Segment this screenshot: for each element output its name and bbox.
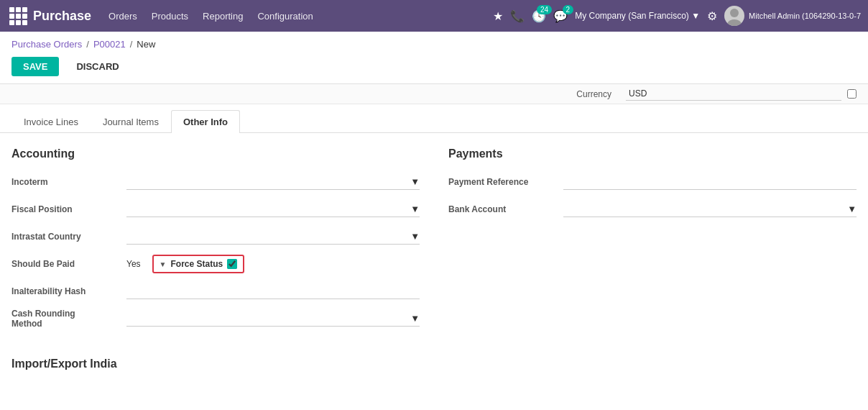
inalterability-hash-value — [126, 284, 420, 299]
cash-rounding-select[interactable] — [126, 311, 410, 326]
grid-icon — [9, 7, 27, 25]
incoterm-label: Incoterm — [11, 177, 126, 187]
cash-rounding-select-wrapper[interactable]: ▼ — [126, 311, 420, 327]
breadcrumb-purchase-orders[interactable]: Purchase Orders — [11, 39, 82, 50]
phone-icon[interactable]: 📞 — [510, 9, 525, 23]
discard-button[interactable]: DISCARD — [65, 57, 130, 76]
svg-point-0 — [730, 9, 739, 17]
incoterm-row: Incoterm ▼ — [11, 172, 420, 192]
user-avatar — [724, 6, 744, 26]
navbar: Purchase Orders Products Reporting Confi… — [0, 0, 868, 32]
tab-journal-items[interactable]: Journal Items — [91, 110, 171, 133]
bank-account-arrow: ▼ — [847, 204, 857, 214]
incoterm-select[interactable] — [126, 175, 410, 189]
bank-account-value: ▼ — [563, 202, 857, 217]
breadcrumb: Purchase Orders / P00021 / New — [0, 32, 868, 54]
payment-reference-value — [563, 175, 857, 190]
intrastat-country-value: ▼ — [126, 229, 420, 245]
fiscal-position-row: Fiscal Position ▼ — [11, 199, 420, 219]
import-export-section: Import/Export India — [0, 350, 868, 392]
star-icon[interactable]: ★ — [493, 9, 503, 23]
fiscal-position-value: ▼ — [126, 202, 420, 217]
user-name: Mitchell Admin (1064290-13-0-7 — [749, 12, 861, 20]
currency-label: Currency — [576, 89, 611, 99]
grid-menu-button[interactable] — [7, 5, 29, 27]
inalterability-hash-row: Inalterability Hash — [11, 281, 420, 301]
force-status-checkbox[interactable] — [227, 259, 237, 269]
inalterability-hash-input[interactable] — [126, 284, 420, 299]
content-area: Currency USD Invoice Lines Journal Items… — [0, 83, 868, 392]
payment-reference-input[interactable] — [563, 175, 857, 190]
bank-account-label: Bank Account — [448, 204, 563, 214]
navbar-menu: Orders Products Reporting Configuration — [108, 11, 493, 22]
cash-rounding-arrow: ▼ — [410, 313, 420, 324]
nav-configuration[interactable]: Configuration — [257, 11, 313, 22]
settings-icon[interactable]: ⚙ — [707, 9, 717, 23]
should-be-paid-label: Should Be Paid — [11, 259, 126, 269]
fiscal-position-label: Fiscal Position — [11, 204, 126, 214]
should-be-paid-text: Yes — [126, 259, 141, 269]
import-export-title: Import/Export India — [11, 350, 857, 378]
fiscal-position-arrow: ▼ — [410, 204, 420, 214]
payments-title: Payments — [448, 147, 857, 160]
accounting-section: Accounting Incoterm ▼ Fiscal Position — [11, 147, 420, 336]
fiscal-position-select-wrapper[interactable]: ▼ — [126, 202, 420, 217]
should-be-paid-value: Yes ▼ Force Status — [126, 255, 420, 273]
form-content: Accounting Incoterm ▼ Fiscal Position — [0, 133, 868, 350]
tab-other-info[interactable]: Other Info — [171, 110, 240, 133]
intrastat-country-row: Intrastat Country ▼ — [11, 227, 420, 247]
payments-section: Payments Payment Reference Bank Account … — [448, 147, 857, 336]
clock-badge: 24 — [537, 5, 552, 14]
save-button[interactable]: SAVE — [11, 57, 59, 76]
svg-point-1 — [727, 19, 742, 26]
incoterm-select-wrapper[interactable]: ▼ — [126, 175, 420, 190]
bank-account-select-wrapper[interactable]: ▼ — [563, 202, 857, 217]
payment-reference-label: Payment Reference — [448, 177, 563, 187]
incoterm-value: ▼ — [126, 175, 420, 190]
cash-rounding-value: ▼ — [126, 311, 420, 327]
nav-reporting[interactable]: Reporting — [203, 11, 243, 22]
fiscal-position-select[interactable] — [126, 202, 410, 217]
breadcrumb-current: New — [137, 39, 155, 50]
currency-checkbox[interactable] — [847, 89, 857, 99]
currency-value: USD — [626, 87, 841, 101]
cash-rounding-row: Cash RoundingMethod ▼ — [11, 309, 420, 329]
payment-reference-row: Payment Reference — [448, 172, 857, 192]
bank-account-row: Bank Account ▼ — [448, 199, 857, 219]
should-be-paid-row: Should Be Paid Yes ▼ Force Status — [11, 254, 420, 274]
force-status-arrow: ▼ — [160, 260, 167, 268]
intrastat-country-arrow: ▼ — [410, 231, 420, 242]
chat-icon[interactable]: 💬 2 — [553, 9, 568, 23]
clock-icon[interactable]: 🕓 24 — [532, 9, 546, 23]
nav-products[interactable]: Products — [152, 11, 188, 22]
intrastat-country-label: Intrastat Country — [11, 232, 126, 242]
breadcrumb-po-number[interactable]: P00021 — [93, 39, 126, 50]
force-status-label: Force Status — [170, 259, 223, 269]
tab-invoice-lines[interactable]: Invoice Lines — [11, 110, 91, 133]
action-bar: SAVE DISCARD — [0, 54, 868, 83]
bank-account-select[interactable] — [563, 202, 847, 217]
nav-orders[interactable]: Orders — [108, 11, 137, 22]
accounting-title: Accounting — [11, 147, 420, 160]
company-selector[interactable]: My Company (San Francisco) ▼ — [575, 11, 700, 21]
app-brand: Purchase — [33, 9, 91, 24]
cash-rounding-label: Cash RoundingMethod — [11, 309, 126, 329]
navbar-right: ★ 📞 🕓 24 💬 2 My Company (San Francisco) … — [493, 6, 861, 26]
user-profile[interactable]: Mitchell Admin (1064290-13-0-7 — [724, 6, 861, 26]
force-status-container: ▼ Force Status — [152, 255, 245, 273]
chat-badge: 2 — [563, 5, 574, 14]
incoterm-arrow: ▼ — [410, 176, 420, 187]
inalterability-hash-label: Inalterability Hash — [11, 286, 126, 296]
tabs-container: Invoice Lines Journal Items Other Info — [0, 110, 868, 133]
intrastat-country-select-wrapper[interactable]: ▼ — [126, 229, 420, 245]
intrastat-country-select[interactable] — [126, 229, 410, 244]
currency-row: Currency USD — [0, 84, 868, 104]
